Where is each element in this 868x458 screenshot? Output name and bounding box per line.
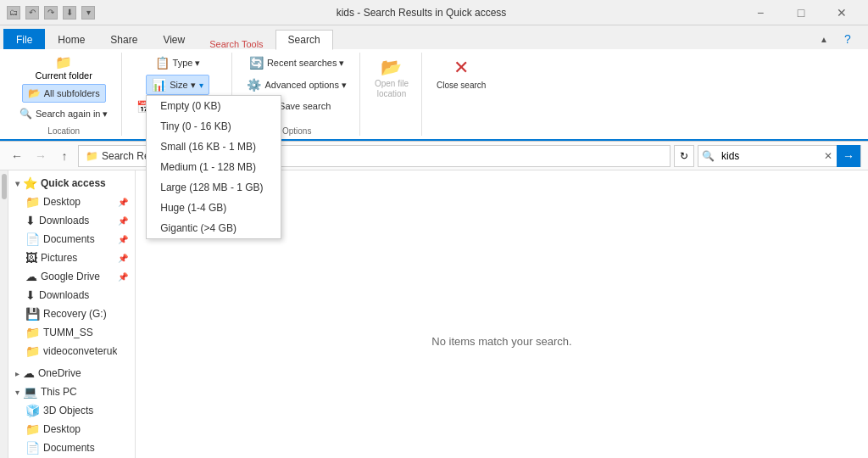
breadcrumb-path: 📁 (86, 150, 98, 162)
size-button-wrapper: 📊 Size ▾ ▾ Empty (0 KB) Tiny (0 - 16 KB)… (146, 75, 209, 95)
advanced-options-button[interactable]: ⚙️ Advanced options ▾ (241, 75, 353, 95)
recent-searches-button[interactable]: 🔄 Recent searches ▾ (243, 53, 351, 73)
tab-share[interactable]: Share (97, 29, 150, 49)
ribbon-help-button[interactable]: ? (837, 29, 858, 49)
type-button[interactable]: 📋 Type ▾ (149, 53, 207, 73)
sidebar-documents-pc[interactable]: 📄 Documents (8, 438, 135, 457)
search-clear-button[interactable]: ✕ (820, 146, 837, 166)
search-again-label: Search again in ▾ (36, 109, 108, 120)
search-again-button[interactable]: 🔍 Search again in ▾ (14, 104, 114, 123)
sidebar-tumm-label: TUMM_SS (43, 327, 93, 338)
sidebar-this-pc[interactable]: ▾ 💻 This PC (8, 383, 135, 401)
size-medium[interactable]: Medium (1 - 128 MB) (147, 157, 281, 177)
sidebar-item-tumm[interactable]: 📁 TUMM_SS (8, 323, 135, 342)
size-tiny[interactable]: Tiny (0 - 16 KB) (147, 116, 281, 137)
sidebar-3d-objects[interactable]: 🧊 3D Objects (8, 401, 135, 420)
open-file-icon: 📂 (381, 57, 402, 77)
this-pc-label: This PC (41, 386, 77, 398)
downloads-pin: 📌 (118, 216, 128, 226)
sidebar-item-pictures[interactable]: 🖼 Pictures 📌 (8, 249, 135, 267)
tb-icon-5[interactable]: ▾ (81, 6, 95, 20)
tab-file[interactable]: File (3, 29, 45, 49)
sidebar-pictures-label: Pictures (41, 252, 77, 264)
all-subfolders-label: All subfolders (44, 88, 100, 98)
size-huge[interactable]: Huge (1-4 GB) (147, 198, 281, 218)
current-folder-button[interactable]: 📁 Current folder (29, 53, 99, 82)
documents-icon: 📄 (25, 232, 40, 246)
open-file-location-button[interactable]: 📂 Open filelocation (369, 53, 415, 103)
ribbon-group-open: 📂 Open filelocation (362, 53, 422, 136)
size-dropdown: Empty (0 KB) Tiny (0 - 16 KB) Small (16 … (146, 95, 281, 239)
quick-access-label: Quick access (41, 177, 106, 189)
tb-icon-2[interactable]: ↶ (25, 6, 39, 20)
tb-icon-4[interactable]: ⬇ (63, 6, 76, 20)
sidebar-onedrive[interactable]: ▸ ☁ OneDrive (8, 364, 135, 383)
back-button[interactable]: ← (7, 146, 27, 166)
search-go-button[interactable]: → (837, 145, 860, 167)
options-row1: 🔄 Recent searches ▾ (243, 53, 351, 73)
window-title: kids - Search Results in Quick access (102, 7, 741, 19)
ribbon-group-refine: 📋 Type ▾ 📊 Size ▾ ▾ Empty (0 KB) Tiny (0… (124, 53, 233, 136)
current-folder-label: Current folder (36, 70, 92, 81)
window-controls: − □ ✕ (741, 0, 861, 25)
quick-access-icon: ⭐ (23, 176, 37, 190)
downloads-icon: ⬇ (25, 214, 36, 227)
all-subfolders-button[interactable]: 📂 All subfolders (22, 84, 106, 103)
sidebar-item-google-drive[interactable]: ☁ Google Drive 📌 (8, 267, 135, 286)
search-again-row: 🔍 Search again in ▾ (14, 104, 114, 123)
ribbon: File Home Share View Search Tools Search… (0, 25, 868, 142)
ribbon-group-location: 📁 Current folder 📂 All subfolders 🔍 Sear… (7, 53, 122, 136)
tab-search[interactable]: Search (275, 30, 333, 50)
sidebar: ▾ ⭐ Quick access 📁 Desktop 📌 ⬇ Downloads… (8, 170, 136, 458)
type-label: Type ▾ (173, 58, 201, 69)
desktop-pc-icon: 📁 (25, 422, 40, 436)
sidebar-scroll[interactable] (0, 170, 8, 458)
open-file-label: Open filelocation (375, 79, 409, 99)
minimize-button[interactable]: − (741, 0, 780, 25)
sidebar-item-downloads2[interactable]: ⬇ Downloads (8, 286, 135, 304)
sidebar-item-documents[interactable]: 📄 Documents 📌 (8, 230, 135, 249)
address-bar: ← → ↑ 📁 Search Results in › ↻ 🔍 ✕ → (0, 142, 868, 170)
refine-row1: 📋 Type ▾ (149, 53, 207, 73)
sidebar-desktop-pc[interactable]: 📁 Desktop (8, 420, 135, 438)
sidebar-item-desktop[interactable]: 📁 Desktop 📌 (8, 193, 135, 211)
tumm-icon: 📁 (25, 326, 40, 339)
close-search-button[interactable]: ✕ Close search (431, 53, 492, 95)
quick-access-arrow: ▾ (15, 179, 19, 188)
sidebar-item-videoconverter[interactable]: 📁 videoconveteruk (8, 342, 135, 360)
onedrive-label: OneDrive (38, 367, 81, 379)
onedrive-icon: ☁ (23, 366, 35, 380)
onedrive-arrow: ▸ (15, 369, 19, 378)
ribbon-tabs: File Home Share View Search Tools Search… (0, 25, 868, 49)
up-button[interactable]: ↑ (54, 146, 75, 166)
sidebar-item-downloads[interactable]: ⬇ Downloads 📌 (8, 211, 135, 230)
sidebar-quick-access[interactable]: ▾ ⭐ Quick access (8, 174, 135, 193)
restore-button[interactable]: □ (782, 0, 821, 25)
sidebar-documents-label: Documents (43, 233, 95, 245)
size-gigantic[interactable]: Gigantic (>4 GB) (147, 218, 281, 238)
size-empty[interactable]: Empty (0 KB) (147, 96, 281, 116)
search-box: 🔍 ✕ → (698, 145, 861, 167)
tab-view[interactable]: View (150, 29, 198, 49)
tb-icon-1[interactable]: 🗂 (7, 6, 20, 20)
no-items-text: No items match your search. (431, 335, 571, 348)
tab-home[interactable]: Home (45, 29, 97, 49)
size-large[interactable]: Large (128 MB - 1 GB) (147, 177, 281, 198)
ribbon-collapse-button[interactable]: ▲ (814, 29, 834, 49)
sidebar-documents-pc-label: Documents (43, 442, 95, 454)
search-input[interactable] (718, 146, 820, 166)
size-small[interactable]: Small (16 KB - 1 MB) (147, 137, 281, 157)
window-close-button[interactable]: ✕ (822, 0, 861, 25)
this-pc-arrow: ▾ (15, 388, 19, 397)
options-group-label: Options (282, 123, 311, 136)
refresh-button[interactable]: ↻ (674, 145, 694, 167)
documents-pc-icon: 📄 (25, 441, 40, 455)
forward-button[interactable]: → (31, 146, 51, 166)
sidebar-item-recovery[interactable]: 💾 Recovery (G:) (8, 304, 135, 323)
size-button[interactable]: 📊 Size ▾ ▾ (146, 75, 209, 95)
ribbon-content: 📁 Current folder 📂 All subfolders 🔍 Sear… (0, 49, 868, 141)
location-sub-row: 📂 All subfolders (22, 84, 106, 103)
save-search-label: Save search (279, 101, 331, 111)
tb-icon-3[interactable]: ↷ (44, 6, 58, 20)
videoconverter-icon: 📁 (25, 344, 40, 358)
